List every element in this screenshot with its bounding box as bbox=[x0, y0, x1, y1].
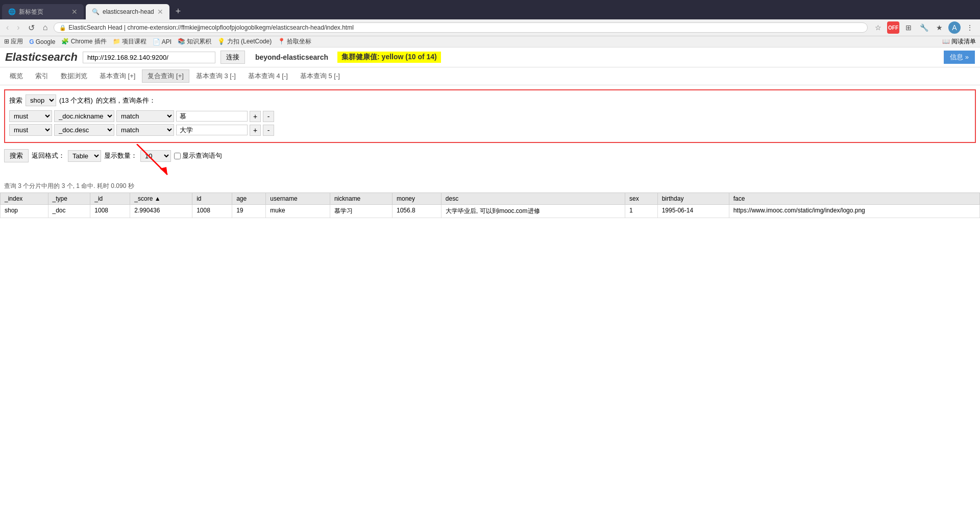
result-table: _index _type _id _score ▲ id age usernam… bbox=[0, 193, 980, 218]
must-select-2[interactable]: must must_not should bbox=[9, 124, 52, 136]
bookmark-chrome-ext[interactable]: 🧩 Chrome 插件 bbox=[61, 37, 106, 46]
tab-label-es: elasticsearch-head bbox=[103, 8, 154, 15]
cell-id: 1008 bbox=[192, 205, 232, 218]
new-tab-button[interactable]: + bbox=[172, 6, 185, 17]
bookmark-leetcode[interactable]: 💡 力扣 (LeetCode) bbox=[217, 37, 272, 46]
extension-icon-4[interactable]: ★ bbox=[933, 21, 945, 34]
tab-newtab[interactable]: 🌐 新标签页 ✕ bbox=[2, 4, 84, 19]
col-header-doc-id: id bbox=[192, 193, 232, 205]
cell-birthday: 1995-06-14 bbox=[657, 205, 729, 218]
index-select[interactable]: shop bbox=[26, 94, 56, 106]
query-value-2[interactable] bbox=[176, 125, 248, 135]
bookmark-coords[interactable]: 📍 拾取坐标 bbox=[278, 37, 311, 46]
add-row-btn-1[interactable]: + bbox=[250, 111, 261, 122]
tab-favicon: 🌐 bbox=[8, 8, 16, 15]
tab-bar: 🌐 新标签页 ✕ 🔍 elasticsearch-head ✕ + bbox=[0, 0, 980, 19]
home-button[interactable]: ⌂ bbox=[41, 22, 50, 33]
extension-icon-1[interactable]: OFF bbox=[887, 21, 899, 34]
red-arrow bbox=[127, 144, 229, 185]
app-header: Elasticsearch 连接 beyond-elasticsearch 集群… bbox=[0, 47, 980, 67]
url-bar[interactable]: 🔒 ElasticSearch Head | chrome-extension:… bbox=[54, 22, 868, 33]
reader-mode-btn[interactable]: 📖 阅读清单 bbox=[942, 37, 976, 46]
cell-money: 1056.8 bbox=[392, 205, 441, 218]
tab-basic-query4[interactable]: 基本查询 4 [-] bbox=[242, 69, 293, 83]
tab-basic-query5[interactable]: 基本查询 5 [-] bbox=[295, 69, 346, 83]
refresh-button[interactable]: ↺ bbox=[26, 22, 37, 34]
tab-close-es-btn[interactable]: ✕ bbox=[157, 8, 163, 16]
tab-data-browse[interactable]: 数据浏览 bbox=[55, 69, 93, 83]
doc-count-label: (13 个文档) bbox=[59, 96, 93, 105]
col-header-sex: sex bbox=[625, 193, 657, 205]
col-header-birthday: birthday bbox=[657, 193, 729, 205]
health-badge: 集群健康值: yellow (10 of 14) bbox=[337, 52, 441, 63]
tab-compound-query[interactable]: 复合查询 [+] bbox=[142, 69, 189, 83]
bookmark-api[interactable]: 📄 API bbox=[153, 38, 172, 45]
back-button[interactable]: ‹ bbox=[4, 22, 11, 33]
star-icon[interactable]: ☆ bbox=[872, 21, 884, 34]
operator-select-2[interactable]: match match_phrase term range bbox=[116, 124, 174, 136]
tab-basic-query[interactable]: 基本查询 [+] bbox=[94, 69, 141, 83]
app: Elasticsearch 连接 beyond-elasticsearch 集群… bbox=[0, 47, 980, 526]
avatar-icon[interactable]: A bbox=[948, 21, 961, 34]
nav-tabs: 概览 索引 数据浏览 基本查询 [+] 复合查询 [+] 基本查询 3 [-] … bbox=[0, 67, 980, 85]
search-label: 搜索 bbox=[9, 96, 22, 105]
col-header-type: _type bbox=[48, 193, 90, 205]
col-header-money: money bbox=[392, 193, 441, 205]
col-header-score: _score ▲ bbox=[130, 193, 192, 205]
col-header-nickname: nickname bbox=[330, 193, 392, 205]
search-button[interactable]: 搜索 bbox=[4, 149, 29, 162]
remove-row-btn-2[interactable]: - bbox=[263, 125, 274, 136]
col-header-age: age bbox=[232, 193, 266, 205]
connect-button[interactable]: 连接 bbox=[220, 51, 245, 64]
tab-overview[interactable]: 概览 bbox=[4, 69, 29, 83]
bookmark-apps[interactable]: ⊞ 应用 bbox=[4, 37, 23, 46]
cell-sex: 1 bbox=[625, 205, 657, 218]
remove-row-btn-1[interactable]: - bbox=[263, 111, 274, 122]
cell-desc: 大学毕业后, 可以到imooc.com进修 bbox=[441, 205, 625, 218]
url-text: ElasticSearch Head | chrome-extension://… bbox=[68, 24, 862, 31]
forward-button[interactable]: › bbox=[15, 22, 21, 33]
cell-nickname: 慕学习 bbox=[330, 205, 392, 218]
col-header-id: _id bbox=[90, 193, 130, 205]
cell-_id: 1008 bbox=[90, 205, 130, 218]
tab-index[interactable]: 索引 bbox=[30, 69, 54, 83]
col-header-username: username bbox=[266, 193, 330, 205]
bookmark-google[interactable]: G Google bbox=[29, 38, 55, 45]
cell-username: muke bbox=[266, 205, 330, 218]
bookmark-project[interactable]: 📁 项目课程 bbox=[113, 37, 146, 46]
address-bar-row: ‹ › ↺ ⌂ 🔒 ElasticSearch Head | chrome-ex… bbox=[0, 19, 980, 36]
query-value-1[interactable] bbox=[176, 111, 248, 122]
cell-face: https://www.imooc.com/static/img/index/l… bbox=[729, 205, 979, 218]
app-title: Elasticsearch bbox=[5, 51, 78, 64]
tab-elasticsearch[interactable]: 🔍 elasticsearch-head ✕ bbox=[86, 4, 169, 19]
arrow-area bbox=[4, 164, 980, 180]
must-select-1[interactable]: must must_not should bbox=[9, 110, 52, 122]
operator-select-1[interactable]: match match_phrase term range bbox=[116, 110, 174, 122]
extension-icon-3[interactable]: 🔧 bbox=[918, 21, 930, 34]
return-format-select[interactable]: Table JSON bbox=[68, 150, 101, 162]
extension-icon-2[interactable]: ⊞ bbox=[902, 21, 915, 34]
col-header-face: face bbox=[729, 193, 979, 205]
add-row-btn-2[interactable]: + bbox=[250, 125, 261, 136]
cell-_index: shop bbox=[1, 205, 48, 218]
field-select-2[interactable]: _doc.nickname _doc.desc _doc.age _doc.mo… bbox=[54, 124, 114, 136]
menu-icon[interactable]: ⋮ bbox=[964, 21, 976, 34]
tab-close-btn[interactable]: ✕ bbox=[71, 8, 78, 16]
doc-type-label: 的文档，查询条件： bbox=[96, 96, 156, 105]
cell-_score: 2.990436 bbox=[130, 205, 192, 218]
es-url-input[interactable] bbox=[83, 52, 215, 63]
col-header-index: _index bbox=[1, 193, 48, 205]
url-lock-icon: 🔒 bbox=[59, 25, 66, 31]
cluster-name: beyond-elasticsearch bbox=[255, 53, 328, 61]
tab-label: 新标签页 bbox=[19, 8, 43, 16]
cell-age: 19 bbox=[232, 205, 266, 218]
query-row-2: must must_not should _doc.nickname _doc.… bbox=[9, 124, 971, 136]
return-format-label: 返回格式： bbox=[32, 151, 65, 160]
query-row-1: must must_not should _doc.nickname _doc.… bbox=[9, 110, 971, 122]
tab-basic-query3[interactable]: 基本查询 3 [-] bbox=[190, 69, 241, 83]
bookmark-knowledge[interactable]: 📚 知识累积 bbox=[178, 37, 211, 46]
info-button[interactable]: 信息 » bbox=[944, 51, 975, 64]
table-row: shop_doc10082.990436100819muke慕学习1056.8大… bbox=[1, 205, 980, 218]
field-select-1[interactable]: _doc.nickname _doc.desc _doc.age _doc.mo… bbox=[54, 110, 114, 122]
col-header-desc: desc bbox=[441, 193, 625, 205]
